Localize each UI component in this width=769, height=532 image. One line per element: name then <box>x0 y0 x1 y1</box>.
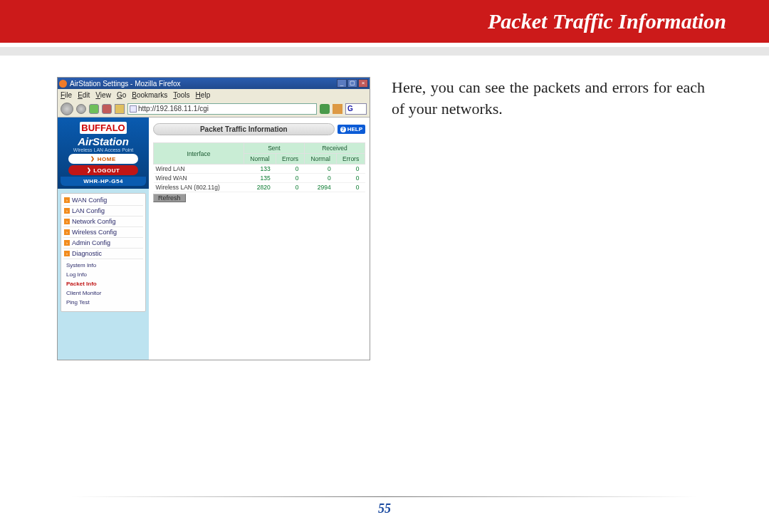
cell-recv-normal: 2994 <box>304 183 336 192</box>
window-title: AirStation Settings - Mozilla Firefox <box>70 80 181 88</box>
menu-tools[interactable]: Tools <box>173 91 189 99</box>
sub-item[interactable]: System Info <box>63 261 143 270</box>
col-sent-errors: Errors <box>276 154 305 165</box>
config-label: Network Config <box>72 218 116 225</box>
col-recv-errors: Errors <box>337 154 365 165</box>
panel-title: Packet Traffic Information <box>153 123 335 135</box>
product-name: AirStation <box>61 135 146 147</box>
browser-toolbar: http://192.168.11.1/cgi G <box>58 100 370 118</box>
config-item[interactable]: ›Diagnostic <box>63 249 143 259</box>
menu-bookmarks[interactable]: Bookmarks <box>132 91 167 99</box>
config-item[interactable]: ›Admin Config <box>63 238 143 249</box>
cell-sent-normal: 2820 <box>244 183 276 192</box>
config-item[interactable]: ›Network Config <box>63 217 143 227</box>
cell-recv-errors: 0 <box>337 165 365 174</box>
cell-recv-normal: 0 <box>304 174 336 183</box>
table-row: Wired WAN135000 <box>154 174 365 183</box>
minimize-button[interactable]: _ <box>337 79 347 88</box>
maximize-button[interactable]: ▢ <box>347 79 357 88</box>
main-panel: Packet Traffic Information HELP Interfac… <box>149 118 370 360</box>
chevron-icon: › <box>64 197 70 203</box>
cell-interface: Wired LAN <box>154 165 244 174</box>
bookmark-icon[interactable] <box>333 104 342 114</box>
traffic-table: Interface Sent Received Normal Errors No… <box>153 142 365 192</box>
col-recv-normal: Normal <box>304 154 336 165</box>
brand-block: BUFFALO AirStation Wireless LAN Access P… <box>58 118 149 189</box>
col-sent-normal: Normal <box>244 154 276 165</box>
sub-item[interactable]: Log Info <box>63 270 143 279</box>
chevron-icon: › <box>64 219 70 224</box>
doc-title: Packet Traffic Information <box>488 9 726 33</box>
config-label: WAN Config <box>72 197 107 204</box>
chevron-icon: › <box>64 208 70 214</box>
cell-sent-normal: 133 <box>244 165 276 174</box>
product-subtitle: Wireless LAN Access Point <box>61 147 146 152</box>
footer-rule <box>28 496 741 497</box>
config-item[interactable]: ›Wireless Config <box>63 227 143 238</box>
search-box[interactable]: G <box>345 103 367 115</box>
sub-item[interactable]: Ping Test <box>63 298 143 307</box>
cell-sent-normal: 135 <box>244 174 276 183</box>
back-button[interactable] <box>61 103 73 115</box>
table-row: Wired LAN133000 <box>154 165 365 174</box>
cell-interface: Wired WAN <box>154 174 244 183</box>
col-interface: Interface <box>154 143 244 165</box>
cell-sent-errors: 0 <box>276 183 305 192</box>
address-bar[interactable]: http://192.168.11.1/cgi <box>127 103 317 115</box>
stop-button[interactable] <box>102 104 112 114</box>
col-sent: Sent <box>244 143 304 154</box>
window-titlebar: AirStation Settings - Mozilla Firefox _ … <box>58 78 370 89</box>
config-label: LAN Config <box>72 207 105 214</box>
buffalo-logo: BUFFALO <box>80 122 126 134</box>
go-button[interactable] <box>320 104 330 114</box>
sub-item[interactable]: Packet Info <box>63 279 143 288</box>
url-text: http://192.168.11.1/cgi <box>138 105 209 113</box>
cell-sent-errors: 0 <box>276 174 305 183</box>
page-footer: 55 <box>0 496 769 516</box>
menu-help[interactable]: Help <box>196 91 211 99</box>
cell-interface: Wireless LAN (802.11g) <box>154 183 244 192</box>
cell-recv-errors: 0 <box>337 174 365 183</box>
close-button[interactable]: × <box>358 79 368 88</box>
site-icon <box>130 105 137 113</box>
forward-button[interactable] <box>76 104 86 114</box>
menu-edit[interactable]: Edit <box>78 91 90 99</box>
page-number: 55 <box>0 501 769 516</box>
browser-menubar: File Edit View Go Bookmarks Tools Help <box>58 89 370 100</box>
model-label: WHR-HP-G54 <box>61 177 146 186</box>
reload-button[interactable] <box>89 104 99 114</box>
description-text: Here, you can see the packets and errors… <box>392 77 705 360</box>
config-item[interactable]: ›LAN Config <box>63 206 143 217</box>
refresh-button[interactable]: Refresh <box>153 194 186 202</box>
config-label: Admin Config <box>72 239 110 246</box>
home-button[interactable] <box>115 104 125 114</box>
home-button-pill[interactable]: HOME <box>68 154 138 164</box>
table-row: Wireless LAN (802.11g)2820029940 <box>154 183 365 192</box>
chevron-icon: › <box>64 240 70 246</box>
col-received: Received <box>304 143 365 154</box>
config-label: Wireless Config <box>72 229 117 236</box>
config-label: Diagnostic <box>72 250 102 257</box>
config-menu: ›WAN Config›LAN Config›Network Config›Wi… <box>61 193 146 312</box>
router-sidebar: BUFFALO AirStation Wireless LAN Access P… <box>58 118 149 360</box>
cell-recv-errors: 0 <box>337 183 365 192</box>
chevron-icon: › <box>64 229 70 235</box>
router-screenshot: AirStation Settings - Mozilla Firefox _ … <box>57 77 370 360</box>
cell-recv-normal: 0 <box>304 165 336 174</box>
doc-header: Packet Traffic Information <box>0 0 769 43</box>
config-item[interactable]: ›WAN Config <box>63 195 143 206</box>
divider-grey <box>0 47 769 56</box>
menu-view[interactable]: View <box>95 91 111 99</box>
firefox-icon <box>59 80 67 88</box>
chevron-icon: › <box>64 251 70 256</box>
logout-button-pill[interactable]: LOGOUT <box>68 165 138 175</box>
help-button[interactable]: HELP <box>338 125 365 134</box>
cell-sent-errors: 0 <box>276 165 305 174</box>
menu-go[interactable]: Go <box>117 91 126 99</box>
sub-item[interactable]: Client Monitor <box>63 288 143 298</box>
menu-file[interactable]: File <box>61 91 72 99</box>
